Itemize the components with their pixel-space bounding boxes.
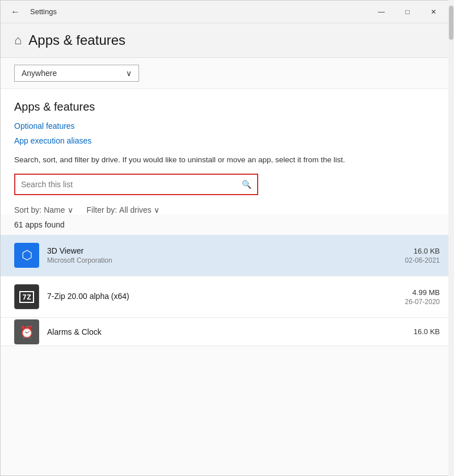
- search-input[interactable]: [15, 175, 236, 194]
- page-title: Apps & features: [28, 32, 125, 48]
- filter-chevron-icon: ∨: [154, 205, 159, 214]
- apps-found-label: apps found: [25, 220, 64, 229]
- app-icon-alarms: ⏰: [14, 319, 39, 344]
- app-name: Alarms & Clock: [47, 327, 414, 336]
- app-info: 3D Viewer Microsoft Corporation: [47, 246, 405, 264]
- table-row[interactable]: ⬡ 3D Viewer Microsoft Corporation 16.0 K…: [1, 235, 453, 276]
- minimize-button[interactable]: —: [368, 1, 394, 23]
- app-date: 26-07-2020: [405, 298, 440, 306]
- content-area: ⌂ Apps & features Anywhere ∨ Apps & feat…: [1, 23, 453, 476]
- back-button[interactable]: ←: [7, 5, 23, 19]
- scrollbar-track[interactable]: [448, 0, 454, 476]
- chevron-down-icon: ∨: [126, 69, 132, 78]
- maximize-button[interactable]: □: [394, 1, 421, 23]
- home-icon: ⌂: [14, 33, 22, 48]
- app-name: 7-Zip 20.00 alpha (x64): [47, 292, 405, 301]
- app-size: 4.99 MB: [405, 288, 440, 297]
- 3dviewer-icon: ⬡: [22, 248, 32, 263]
- titlebar-left: ← Settings: [7, 5, 57, 19]
- app-info: Alarms & Clock: [47, 327, 414, 336]
- 7zip-icon: 7Z: [19, 291, 34, 303]
- scrollbar-thumb[interactable]: [449, 6, 453, 40]
- titlebar: ← Settings — □ ✕: [1, 1, 453, 23]
- app-meta: 16.0 KB 02-06-2021: [405, 247, 440, 264]
- sort-filter-row: Sort by: Name ∨ Filter by: All drives ∨: [14, 205, 440, 214]
- app-icon-7zip: 7Z: [14, 284, 39, 309]
- table-row[interactable]: ⏰ Alarms & Clock 16.0 KB: [1, 318, 453, 346]
- section-title: Apps & features: [14, 100, 440, 113]
- apps-found-count: 61: [14, 220, 23, 229]
- apps-found-row: 61 apps found: [1, 220, 453, 229]
- search-icon: 🔍: [236, 180, 257, 189]
- main-panel: ⌂ Apps & features Anywhere ∨ Apps & feat…: [1, 23, 453, 476]
- app-list: ⬡ 3D Viewer Microsoft Corporation 16.0 K…: [1, 235, 453, 346]
- alarms-icon: ⏰: [20, 325, 34, 339]
- app-execution-aliases-link[interactable]: App execution aliases: [14, 136, 440, 145]
- sort-label: Sort by: Name ∨: [14, 205, 73, 214]
- table-row[interactable]: 7Z 7-Zip 20.00 alpha (x64) 4.99 MB 26-07…: [1, 276, 453, 318]
- filter-label: Filter by: All drives ∨: [87, 205, 159, 214]
- optional-features-link[interactable]: Optional features: [14, 121, 440, 130]
- app-date: 02-06-2021: [405, 256, 440, 264]
- description-text: Search, sort, and filter by drive. If yo…: [14, 154, 366, 166]
- search-box: 🔍: [14, 174, 258, 195]
- app-publisher: Microsoft Corporation: [47, 256, 405, 264]
- titlebar-title: Settings: [30, 7, 57, 16]
- close-button[interactable]: ✕: [421, 1, 447, 23]
- anywhere-dropdown[interactable]: Anywhere ∨: [14, 65, 139, 82]
- app-size: 16.0 KB: [414, 327, 440, 336]
- app-meta: 4.99 MB 26-07-2020: [405, 288, 440, 306]
- sort-dropdown[interactable]: Name ∨: [44, 205, 73, 214]
- app-info: 7-Zip 20.00 alpha (x64): [47, 292, 405, 302]
- app-name: 3D Viewer: [47, 246, 405, 255]
- dropdown-area: Anywhere ∨: [1, 58, 453, 89]
- titlebar-controls: — □ ✕: [368, 1, 447, 23]
- app-size: 16.0 KB: [405, 247, 440, 255]
- sort-chevron-icon: ∨: [68, 205, 73, 214]
- dropdown-value: Anywhere: [22, 69, 57, 78]
- app-icon-3dviewer: ⬡: [14, 243, 39, 268]
- filter-dropdown[interactable]: All drives ∨: [119, 205, 159, 214]
- page-header: ⌂ Apps & features: [1, 23, 453, 58]
- apps-features-section: Apps & features Optional features App ex…: [1, 89, 453, 214]
- app-meta: 16.0 KB: [414, 327, 440, 336]
